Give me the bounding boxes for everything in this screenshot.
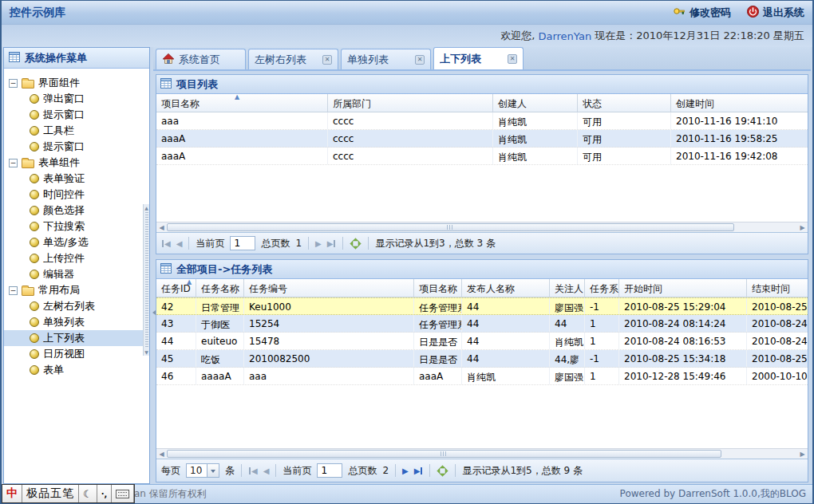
tree-leaf-node[interactable]: 提示窗口 bbox=[4, 107, 149, 123]
next-page-button[interactable]: ▶ bbox=[315, 239, 322, 248]
task-hscrollbar[interactable]: ◀ ▶ bbox=[156, 448, 808, 459]
table-cell: 2010-08-24 08:16:53 bbox=[619, 333, 747, 349]
column-header[interactable]: 创建时间 bbox=[671, 94, 808, 112]
scroll-up-icon[interactable]: ▲ bbox=[144, 205, 148, 211]
project-table-header: 项目名称▲所属部门创建人状态创建时间 bbox=[156, 94, 808, 112]
column-header[interactable]: 任务系数 bbox=[585, 279, 619, 297]
collapse-icon[interactable]: − bbox=[9, 159, 18, 167]
welcome-prefix: 欢迎您, bbox=[500, 29, 535, 43]
panel-splitter[interactable] bbox=[150, 47, 153, 484]
close-icon[interactable] bbox=[508, 54, 517, 64]
scrollbar-thumb[interactable] bbox=[167, 223, 734, 231]
bullet-icon bbox=[30, 222, 39, 231]
tree-leaf-node[interactable]: 上传控件 bbox=[4, 250, 149, 266]
table-row[interactable]: 45吃饭2010082500日是是否4444,廖-12010-08-25 15:… bbox=[156, 350, 808, 368]
logout-button[interactable]: 退出系统 bbox=[747, 6, 804, 20]
prev-page-button[interactable]: ◀ bbox=[263, 467, 270, 475]
powered-by-text[interactable]: Powered by DarrenSoft 1.0.0,我的BLOG bbox=[620, 487, 806, 501]
current-page-input[interactable] bbox=[317, 463, 342, 478]
tree-leaf-node[interactable]: 上下列表 bbox=[4, 330, 149, 346]
scroll-left-icon[interactable]: ◀ bbox=[156, 451, 167, 458]
close-icon[interactable] bbox=[415, 55, 425, 65]
collapse-icon[interactable]: − bbox=[9, 286, 18, 295]
page-size-select[interactable]: 10 bbox=[186, 463, 219, 478]
column-header[interactable]: 创建人 bbox=[493, 94, 578, 112]
tree-leaf-node[interactable]: 提示窗口 bbox=[4, 139, 149, 155]
tree-leaf-node[interactable]: 编辑器 bbox=[4, 266, 149, 282]
refresh-icon[interactable] bbox=[350, 238, 362, 250]
table-row[interactable]: 43于御医15254任务管理系444412010-08-24 08:14:242… bbox=[156, 315, 808, 333]
tree-leaf-node[interactable]: 下拉搜索 bbox=[4, 219, 149, 234]
next-page-button[interactable]: ▶ bbox=[402, 467, 409, 475]
tree-node-label: 常用布局 bbox=[38, 283, 80, 297]
first-page-button[interactable]: ◀ bbox=[161, 239, 171, 248]
scroll-right-icon[interactable]: ▶ bbox=[797, 224, 808, 231]
column-header[interactable]: 所属部门 bbox=[328, 94, 493, 112]
column-header[interactable]: 发布人名称 bbox=[462, 279, 550, 297]
tree-leaf-node[interactable]: 工具栏 bbox=[4, 123, 149, 139]
table-row[interactable]: 42日常管理Keu1000任务管理系44廖国强-12010-08-25 15:2… bbox=[156, 297, 808, 315]
tree-leaf-node[interactable]: 表单 bbox=[4, 362, 149, 378]
scroll-down-icon[interactable]: ▼ bbox=[144, 349, 148, 355]
ime-name-label[interactable]: 极品五笔 bbox=[22, 485, 79, 502]
sidebar-scrollbar[interactable]: ▲▼ bbox=[143, 204, 149, 356]
last-page-button[interactable]: ▶ bbox=[414, 467, 424, 475]
column-header[interactable]: 任务ID▲ bbox=[156, 279, 196, 297]
tree-leaf-node[interactable]: 表单验证 bbox=[4, 171, 149, 187]
bullet-icon bbox=[30, 254, 39, 263]
ime-punctuation-icon[interactable]: ·, bbox=[97, 485, 113, 502]
current-page-input[interactable] bbox=[230, 236, 255, 250]
scrollbar-thumb[interactable] bbox=[167, 450, 721, 458]
refresh-icon[interactable] bbox=[437, 465, 448, 477]
tree-leaf-node[interactable]: 单独列表 bbox=[4, 314, 149, 330]
tree-leaf-node[interactable]: 左树右列表 bbox=[4, 298, 149, 314]
scroll-left-icon[interactable]: ◀ bbox=[156, 224, 167, 231]
close-icon[interactable] bbox=[322, 55, 332, 65]
tree-folder-node[interactable]: −表单组件 bbox=[4, 155, 149, 171]
column-header[interactable]: 项目名称▲ bbox=[156, 94, 328, 112]
table-row[interactable]: 44euiteuo15478日是是否44肖纯凯12010-08-24 08:16… bbox=[156, 333, 808, 350]
current-page-label: 当前页 bbox=[196, 237, 224, 250]
tree-leaf-node[interactable]: 单选/多选 bbox=[4, 234, 149, 250]
table-cell: 廖国强 bbox=[550, 368, 585, 384]
ime-language-icon[interactable]: 中 bbox=[2, 485, 22, 502]
tree-leaf-label: 工具栏 bbox=[43, 124, 74, 138]
scroll-right-icon[interactable]: ▶ bbox=[797, 451, 808, 458]
chevron-down-icon[interactable] bbox=[207, 464, 219, 477]
table-row[interactable]: aaaAcccc肖纯凯可用2010-11-16 19:42:08 bbox=[156, 148, 808, 165]
table-cell: 2010-11-16 19:58:25 bbox=[671, 130, 808, 147]
column-header[interactable]: 关注人 bbox=[550, 279, 585, 297]
tree-folder-node[interactable]: −界面组件 bbox=[4, 75, 149, 91]
column-header[interactable]: 状态 bbox=[578, 94, 671, 112]
prev-page-button[interactable]: ◀ bbox=[176, 239, 183, 248]
sidebar-panel: 系统操作菜单 −界面组件弹出窗口提示窗口工具栏提示窗口−表单组件表单验证时间控件… bbox=[3, 47, 150, 484]
ime-keyboard-icon[interactable] bbox=[112, 485, 134, 502]
tab-system-home[interactable]: 系统首页 bbox=[156, 49, 246, 69]
scrollbar-thumb[interactable] bbox=[145, 212, 148, 348]
table-row[interactable]: aaaAcccc肖纯凯可用2010-11-16 19:58:25 bbox=[156, 130, 808, 148]
column-header[interactable]: 项目名称 bbox=[414, 279, 462, 297]
sidebar-header: 系统操作菜单 bbox=[4, 48, 149, 69]
project-list-panel: 项目列表 项目名称▲所属部门创建人状态创建时间 aaacccc肖纯凯可用2010… bbox=[156, 74, 808, 254]
tree-leaf-node[interactable]: 日历视图 bbox=[4, 346, 149, 362]
column-header[interactable]: 开始时间 bbox=[619, 279, 747, 297]
tree-leaf-node[interactable]: 时间控件 bbox=[4, 187, 149, 203]
last-page-button[interactable]: ▶ bbox=[327, 239, 337, 248]
tab-left-tree-right-list[interactable]: 左树右列表 bbox=[248, 49, 338, 69]
tree-leaf-node[interactable]: 弹出窗口 bbox=[4, 91, 149, 107]
column-header[interactable]: 任务名称 bbox=[196, 279, 244, 297]
column-header[interactable]: 任务编号 bbox=[244, 279, 414, 297]
collapse-icon[interactable]: − bbox=[9, 79, 18, 88]
tree-leaf-node[interactable]: 颜色选择 bbox=[4, 203, 149, 219]
table-row[interactable]: aaacccc肖纯凯可用2010-11-16 19:41:10 bbox=[156, 112, 808, 130]
change-password-button[interactable]: 修改密码 bbox=[673, 6, 731, 20]
tree-folder-node[interactable]: −常用布局 bbox=[4, 282, 149, 298]
project-hscrollbar[interactable]: ◀ ▶ bbox=[156, 222, 808, 232]
first-page-button[interactable]: ◀ bbox=[248, 467, 258, 475]
ime-moon-icon[interactable]: ☾ bbox=[79, 485, 97, 502]
table-row[interactable]: 46aaaaAaaaaaaA肖纯凯廖国强12010-12-28 15:49:46… bbox=[156, 368, 808, 385]
tab-standalone-list[interactable]: 单独列表 bbox=[341, 49, 431, 69]
table-cell: 于御医 bbox=[196, 315, 244, 332]
tab-top-bottom-list[interactable]: 上下列表 bbox=[433, 47, 524, 69]
column-header[interactable]: 结束时间 bbox=[747, 279, 808, 297]
